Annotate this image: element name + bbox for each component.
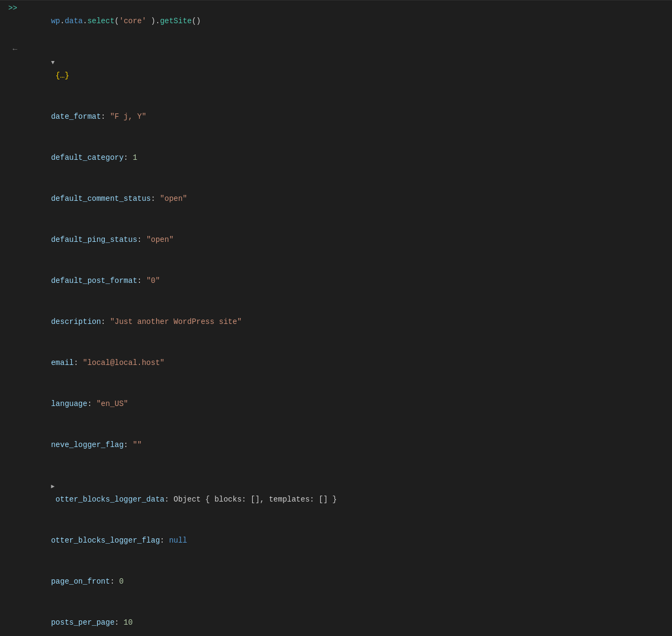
prop-default-comment-status: default_comment_status: "open"	[0, 178, 672, 219]
expand-icon[interactable]: ▶	[51, 483, 55, 490]
code-core: 'core'	[119, 17, 146, 25]
console-container: >> wp.data.select('core' ).getSite() ← ▼…	[0, 0, 672, 636]
output-arrow-1: ←	[0, 43, 22, 56]
prop-language: language: "en_US"	[0, 383, 672, 424]
code-select: select	[88, 17, 115, 25]
prop-email: email: "local@local.host"	[0, 342, 672, 383]
prop-description: description: "Just another WordPress sit…	[0, 301, 672, 342]
prop-otter-blocks-logger-flag: otter_blocks_logger_flag: null	[0, 520, 672, 561]
code-getsite: getSite	[160, 17, 192, 25]
prop-default-post-format: default_post_format: "0"	[0, 260, 672, 301]
object-expander[interactable]: ▼	[51, 59, 55, 66]
prop-date-format: date_format: "F j, Y"	[0, 96, 672, 137]
prop-posts-per-page: posts_per_page: 10	[0, 602, 672, 636]
prop-default-category: default_category: 1	[0, 137, 672, 178]
prop-default-ping-status: default_ping_status: "open"	[0, 219, 672, 260]
input-chevron-1: >>	[0, 2, 22, 15]
input-code-1: wp.data.select('core' ).getSite()	[22, 2, 672, 40]
output-object-header[interactable]: ▼ {…}	[22, 43, 672, 95]
output-line-1-start: ← ▼ {…}	[0, 42, 672, 96]
code-data: data	[65, 17, 83, 25]
prop-otter-blocks-logger-data[interactable]: ▶ otter_blocks_logger_data: Object { blo…	[0, 465, 672, 520]
prop-page-on-front: page_on_front: 0	[0, 561, 672, 602]
input-line-1[interactable]: >> wp.data.select('core' ).getSite()	[0, 0, 672, 42]
prop-neve-logger-flag: neve_logger_flag: ""	[0, 424, 672, 465]
code-wp: wp	[51, 17, 60, 25]
